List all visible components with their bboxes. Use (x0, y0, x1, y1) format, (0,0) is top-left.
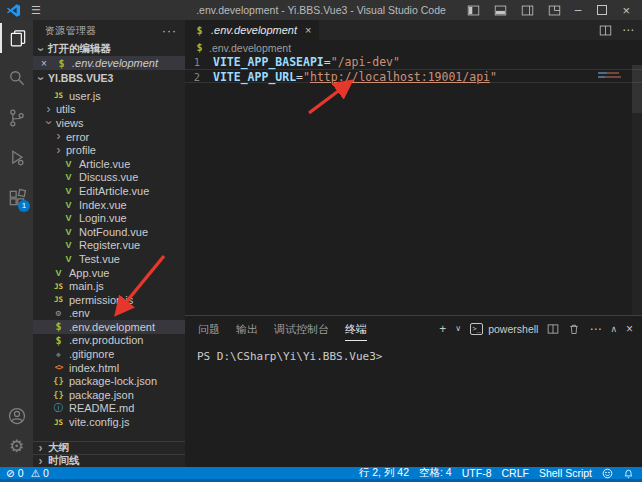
env-icon: $ (52, 335, 65, 346)
encoding[interactable]: UTF-8 (462, 467, 492, 479)
sidebar-more-actions-icon[interactable]: ··· (162, 24, 177, 38)
tree-item-.env.production[interactable]: $.env.production (33, 334, 185, 348)
eol-sequence[interactable]: CRLF (501, 467, 528, 479)
tree-item-Register.vue[interactable]: VRegister.vue (33, 239, 185, 253)
status-bar: ⊘0 ⚠0 行 2, 列 42 空格: 4 UTF-8 CRLF Shell S… (0, 467, 642, 482)
tree-item-Discuss.vue[interactable]: VDiscuss.vue (33, 171, 185, 185)
tree-item-README.md[interactable]: ⓘREADME.md (33, 402, 185, 416)
editor-more-actions-icon[interactable]: ⋯ (622, 23, 634, 37)
vue-icon: V (62, 159, 75, 169)
terminal-profile-dropdown-icon[interactable]: ∨ (455, 323, 461, 335)
tree-item-.env[interactable]: ⚙.env (33, 307, 185, 321)
vscode-logo-icon (6, 3, 21, 18)
feedback-smiley-icon[interactable] (602, 468, 613, 479)
panel-tab-终端[interactable]: 终端 (345, 317, 367, 341)
split-terminal-icon[interactable] (547, 323, 559, 335)
minimap[interactable] (598, 72, 628, 80)
code-editor[interactable]: 1 VITE_APP_BASEAPI="/api-dev" 2 VITE_APP… (185, 55, 642, 315)
problems-status[interactable]: ⊘0 ⚠0 (6, 467, 49, 479)
source-control-icon[interactable] (0, 103, 33, 133)
panel-tab-调试控制台[interactable]: 调试控制台 (274, 317, 329, 341)
git-icon: ◆ (52, 350, 65, 359)
tree-item-main.js[interactable]: JSmain.js (33, 279, 185, 293)
maximize-button[interactable] (595, 4, 608, 17)
explorer-sidebar: 资源管理器 ··· › 打开的编辑器 × $ .env.development … (33, 20, 185, 467)
warnings-icon: ⚠ (31, 467, 40, 479)
tree-item-label: vite.config.js (69, 416, 130, 428)
indentation[interactable]: 空格: 4 (419, 466, 452, 480)
chevron-right-icon: › (35, 456, 46, 467)
tree-item-.gitignore[interactable]: ◆.gitignore (33, 347, 185, 361)
close-panel-icon[interactable]: × (626, 323, 633, 335)
cursor-position[interactable]: 行 2, 列 42 (359, 466, 409, 480)
panel-tab-问题[interactable]: 问题 (198, 317, 220, 341)
chevron-right-icon: › (35, 443, 46, 454)
breadcrumb[interactable]: $ .env.development (185, 40, 642, 55)
panel-tab-输出[interactable]: 输出 (236, 317, 258, 341)
settings-gear-icon[interactable]: ⚙ (0, 431, 33, 461)
js-icon: JS (52, 282, 65, 291)
tree-item-label: main.js (69, 280, 104, 292)
customize-layout-icon[interactable] (548, 4, 561, 17)
notifications-bell-icon[interactable] (623, 468, 634, 479)
menu-hamburger-icon[interactable]: ☰ (31, 4, 41, 17)
kill-terminal-icon[interactable] (568, 323, 580, 335)
tree-item-EditArticle.vue[interactable]: VEditArticle.vue (33, 184, 185, 198)
url-link[interactable]: http://localhost:19001/api (310, 70, 490, 82)
tree-item-Login.vue[interactable]: VLogin.vue (33, 211, 185, 225)
tree-item-label: README.md (69, 402, 134, 414)
tree-item-App.vue[interactable]: VApp.vue (33, 266, 185, 280)
terminal-shell-name[interactable]: powershell (488, 323, 538, 335)
tree-item-label: package-lock.json (69, 375, 157, 387)
tree-item-package-lock.json[interactable]: {}package-lock.json (33, 374, 185, 388)
new-terminal-icon[interactable]: + (439, 323, 446, 335)
tree-item-Test.vue[interactable]: VTest.vue (33, 252, 185, 266)
search-icon[interactable] (0, 63, 33, 93)
tree-item-permission.js[interactable]: JSpermission.js (33, 293, 185, 307)
open-editor-item[interactable]: × $ .env.development (33, 56, 185, 70)
project-root-section[interactable]: › YI.BBS.VUE3 (33, 70, 185, 86)
tree-item-NotFound.vue[interactable]: VNotFound.vue (33, 225, 185, 239)
maximize-panel-icon[interactable]: ∧ (610, 323, 617, 335)
tree-item-label: App.vue (69, 267, 109, 279)
explorer-icon[interactable] (0, 23, 33, 53)
run-debug-icon[interactable] (0, 143, 33, 173)
tree-item-index.html[interactable]: <>index.html (33, 361, 185, 375)
tree-item-label: NotFound.vue (79, 226, 148, 238)
tab-env-development[interactable]: $ .env.development × (185, 20, 319, 40)
editor-tab-bar: $ .env.development × ⋯ (185, 20, 642, 40)
tree-item-user.js[interactable]: JSuser.js (33, 89, 185, 103)
tree-item-error[interactable]: ›error (33, 130, 185, 144)
toggle-sidebar-icon[interactable] (467, 4, 480, 17)
account-icon[interactable] (0, 401, 33, 431)
toggle-secondary-sidebar-icon[interactable] (521, 4, 534, 17)
tree-item-Index.vue[interactable]: VIndex.vue (33, 198, 185, 212)
toggle-panel-icon[interactable] (494, 4, 507, 17)
minimize-button[interactable]: – (575, 4, 582, 17)
tree-item-Article.vue[interactable]: VArticle.vue (33, 157, 185, 171)
open-editors-section[interactable]: › 打开的编辑器 (33, 42, 185, 56)
tree-item-package.json[interactable]: {}package.json (33, 388, 185, 402)
editor-scrollbar[interactable] (632, 65, 642, 315)
panel-more-actions-icon[interactable]: ⋯ (589, 323, 601, 335)
timeline-section[interactable]: › 时间线 (33, 454, 185, 467)
tree-item-label: .env (69, 307, 90, 319)
terminal-prompt[interactable]: PS D:\CSharp\Yi\Yi.BBS.Vue3> (197, 350, 642, 363)
tree-item-profile[interactable]: ›profile (33, 143, 185, 157)
outline-section[interactable]: › 大纲 (33, 441, 185, 454)
tree-item-.env.development[interactable]: $.env.development (33, 320, 185, 334)
powershell-terminal-icon[interactable]: >_ (470, 323, 483, 335)
open-editor-filename: .env.development (72, 57, 158, 69)
tree-item-vite.config.js[interactable]: JSvite.config.js (33, 415, 185, 429)
tree-item-views[interactable]: ›views (33, 116, 185, 130)
bottom-panel: 问题输出调试控制台终端 + ∨ >_ powershell ⋯ ∧ × (185, 315, 642, 467)
tree-item-utils[interactable]: ›utils (33, 103, 185, 117)
extensions-icon[interactable]: 1 (0, 183, 33, 213)
split-editor-icon[interactable] (599, 24, 612, 37)
close-window-button[interactable]: × (622, 4, 630, 17)
close-tab-icon[interactable]: × (305, 24, 311, 36)
tab-label: .env.development (211, 24, 297, 36)
close-editor-icon[interactable]: × (41, 58, 55, 69)
language-mode[interactable]: Shell Script (539, 467, 592, 479)
vue-icon: V (62, 254, 75, 264)
